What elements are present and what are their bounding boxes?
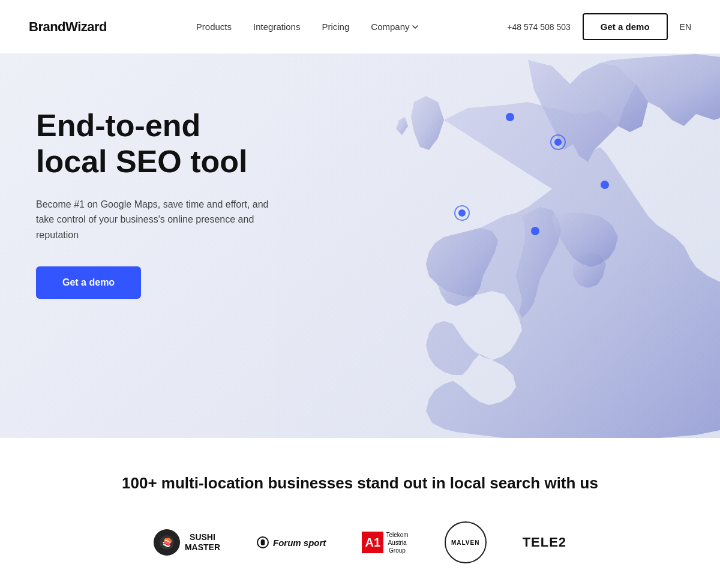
logo[interactable]: BrandWizard xyxy=(29,19,107,35)
nav-integrations[interactable]: Integrations xyxy=(253,22,300,32)
map-dot-2 xyxy=(506,113,514,121)
nav-right: +48 574 508 503 Get a demo EN xyxy=(507,13,691,40)
malven-text: Malven xyxy=(451,539,479,546)
logo-sushi-master: 🍣 SUSHI MASTER xyxy=(154,526,220,559)
forum-sport-text: Forum sport xyxy=(273,538,326,548)
a1-box: A1 xyxy=(362,532,383,553)
nav-company[interactable]: Company xyxy=(371,22,418,32)
chevron-down-icon xyxy=(412,25,418,29)
hero-cta-button[interactable]: Get a demo xyxy=(36,266,141,299)
social-proof-title: 100+ multi-location businesses stand out… xyxy=(24,474,696,493)
a1-text: Telekom Austria Group xyxy=(386,531,408,554)
nav-demo-button[interactable]: Get a demo xyxy=(583,13,668,40)
nav-pricing[interactable]: Pricing xyxy=(322,22,349,32)
logo-a1: A1 Telekom Austria Group xyxy=(362,526,408,559)
map-dot-5 xyxy=(531,227,539,235)
nav-links: Products Integrations Pricing Company xyxy=(196,22,418,32)
logo-malven: Malven xyxy=(445,521,487,563)
sushi-icon: 🍣 xyxy=(154,529,180,556)
hero-title: End-to-end local SEO tool xyxy=(36,108,276,180)
social-proof-section: 100+ multi-location businesses stand out… xyxy=(0,438,720,588)
navbar: BrandWizard Products Integrations Pricin… xyxy=(0,0,720,54)
logo-text: BrandWizard xyxy=(29,19,107,34)
nav-lang[interactable]: EN xyxy=(680,22,691,32)
hero-map xyxy=(276,54,720,438)
hero-content: End-to-end local SEO tool Become #1 on G… xyxy=(0,54,312,353)
logos-row: 🍣 SUSHI MASTER Forum sport A1 Telekom Au… xyxy=(24,521,696,563)
tele2-text: TELE2 xyxy=(523,535,566,550)
sushi-svg: 🍣 xyxy=(158,534,175,551)
logo-forum-sport: Forum sport xyxy=(256,526,326,559)
map-dot-1 xyxy=(554,139,562,146)
forum-sport-icon xyxy=(256,536,269,549)
nav-products[interactable]: Products xyxy=(196,22,232,32)
map-dot-4 xyxy=(458,209,466,217)
logo-tele2: TELE2 xyxy=(523,526,566,559)
nav-phone: +48 574 508 503 xyxy=(507,22,571,32)
hero-subtitle: Become #1 on Google Maps, save time and … xyxy=(36,197,276,243)
sushi-text: SUSHI MASTER xyxy=(185,532,220,553)
map-dot-3 xyxy=(601,181,609,189)
svg-text:🍣: 🍣 xyxy=(161,538,172,548)
hero-section: End-to-end local SEO tool Become #1 on G… xyxy=(0,54,720,438)
